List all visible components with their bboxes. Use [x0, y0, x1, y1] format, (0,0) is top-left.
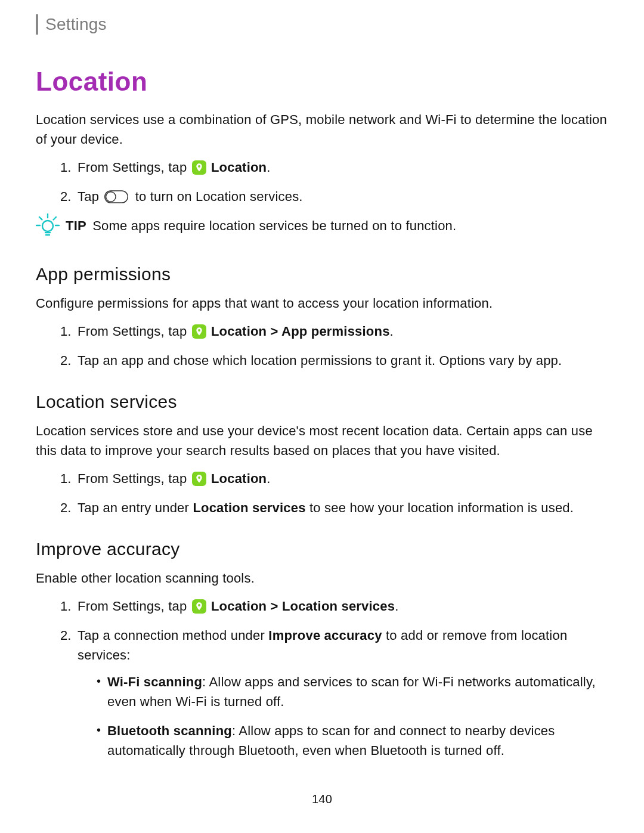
toggle-off-icon	[104, 190, 129, 203]
step-text: Tap	[78, 189, 103, 204]
tip-label: TIP	[66, 218, 86, 233]
step-text: From Settings, tap	[78, 471, 191, 486]
step-suffix: .	[395, 599, 398, 614]
tip-callout: TIP Some apps require location services …	[36, 216, 608, 243]
step-pre: Tap a connection method under	[78, 628, 268, 643]
item-label: Wi-Fi scanning	[107, 674, 202, 689]
tip-body: TIP Some apps require location services …	[66, 216, 608, 236]
header-rule	[36, 14, 38, 35]
app-permissions-desc: Configure permissions for apps that want…	[36, 293, 608, 313]
location-services-desc: Location services store and use your dev…	[36, 421, 608, 460]
location-pin-icon	[192, 472, 206, 486]
page-title: Location	[36, 62, 608, 101]
step-bold: Location > App permissions	[211, 324, 390, 339]
intro-paragraph: Location services use a combination of G…	[36, 110, 608, 149]
step-2: Tap to turn on Location services.	[75, 187, 608, 206]
improve-accuracy-desc: Enable other location scanning tools.	[36, 568, 608, 588]
step-suffix: .	[267, 160, 270, 175]
app-permissions-steps: From Settings, tap Location > App permis…	[36, 321, 608, 370]
step-suffix: to turn on Location services.	[135, 189, 303, 204]
section-label: Settings	[45, 12, 107, 37]
location-services-heading: Location services	[36, 388, 608, 415]
step-1: From Settings, tap Location.	[75, 469, 608, 488]
step-suffix: .	[267, 471, 270, 486]
step-2: Tap a connection method under Improve ac…	[75, 625, 608, 760]
step-text: From Settings, tap	[78, 599, 191, 614]
intro-steps: From Settings, tap Location. Tap to turn…	[36, 157, 608, 206]
step-1: From Settings, tap Location > Location s…	[75, 596, 608, 616]
step-bold: Location	[211, 471, 267, 486]
step-pre: Tap an entry under	[78, 500, 193, 515]
step-bold: Location > Location services	[211, 599, 395, 614]
location-pin-icon	[192, 324, 206, 339]
app-permissions-heading: App permissions	[36, 261, 608, 287]
step-post: to see how your location information is …	[306, 500, 574, 515]
location-pin-icon	[192, 599, 206, 614]
tip-text: Some apps require location services be t…	[92, 218, 456, 233]
step-1: From Settings, tap Location.	[75, 157, 608, 177]
section-header: Settings	[36, 12, 608, 37]
bluetooth-scanning-item: Bluetooth scanning: Allow apps to scan f…	[97, 721, 608, 760]
wifi-scanning-item: Wi-Fi scanning: Allow apps and services …	[97, 672, 608, 711]
step-bold: Location services	[193, 500, 305, 515]
step-1: From Settings, tap Location > App permis…	[75, 321, 608, 341]
step-2: Tap an entry under Location services to …	[75, 498, 608, 518]
location-pin-icon	[192, 160, 206, 175]
step-bold: Improve accuracy	[268, 628, 382, 643]
improve-accuracy-heading: Improve accuracy	[36, 535, 608, 562]
improve-sublist: Wi-Fi scanning: Allow apps and services …	[78, 672, 608, 760]
page-number: 140	[36, 790, 608, 808]
improve-accuracy-steps: From Settings, tap Location > Location s…	[36, 596, 608, 760]
location-services-steps: From Settings, tap Location. Tap an entr…	[36, 469, 608, 518]
item-label: Bluetooth scanning	[107, 723, 232, 738]
step-bold: Location	[211, 160, 267, 175]
step-2: Tap an app and chose which location perm…	[75, 351, 608, 370]
step-text: From Settings, tap	[78, 324, 191, 339]
lightbulb-icon	[36, 213, 60, 243]
step-text: From Settings, tap	[78, 160, 191, 175]
step-suffix: .	[390, 324, 394, 339]
